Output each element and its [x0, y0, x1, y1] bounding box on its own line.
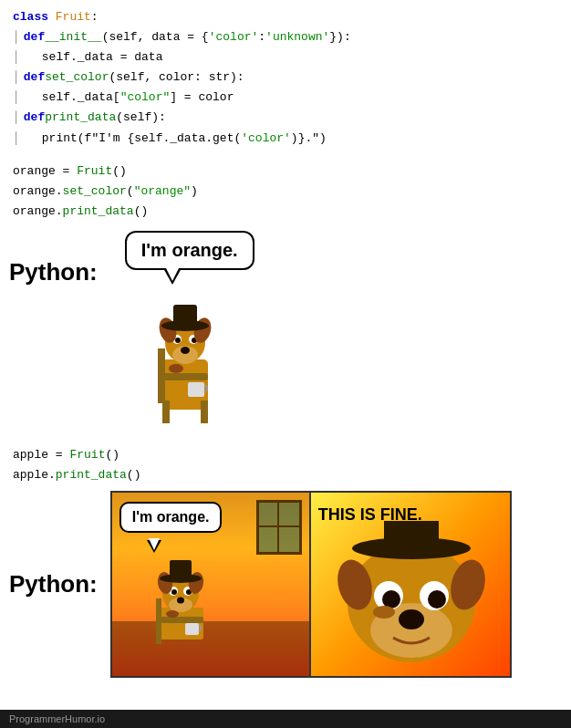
- dog-peaceful-image: [126, 277, 244, 432]
- meme-bottom-section: Python: I'm orange.: [0, 491, 571, 705]
- code-block-bottom: apple = Fruit() apple.print_data(): [0, 445, 571, 485]
- code-block-top: class Fruit: │ def __init__(self, data =…: [0, 0, 571, 152]
- footer: ProgrammerHumor.io: [0, 710, 571, 728]
- dog-fire-svg: [140, 548, 222, 658]
- dog-closeup-image: [329, 521, 493, 667]
- svg-rect-31: [170, 560, 192, 579]
- svg-rect-32: [185, 623, 199, 635]
- python-label-top: Python:: [9, 258, 98, 286]
- svg-point-39: [382, 590, 400, 608]
- svg-point-33: [166, 610, 179, 618]
- svg-rect-20: [156, 617, 203, 623]
- speech-bubble-top: I'm orange.: [125, 231, 254, 270]
- svg-point-40: [428, 590, 446, 608]
- svg-rect-1: [162, 400, 170, 423]
- svg-rect-2: [201, 400, 208, 423]
- meme-top-row: Python: I'm orange.: [9, 231, 562, 432]
- dog-peaceful-svg: [126, 277, 244, 432]
- fire-panel-right: THIS IS FINE.: [311, 491, 512, 678]
- site-label: ProgrammerHumor.io: [9, 713, 105, 724]
- this-is-fine-label: THIS IS FINE.: [318, 505, 422, 525]
- dog-col-top: I'm orange.: [116, 231, 254, 432]
- svg-rect-44: [384, 521, 439, 550]
- svg-rect-16: [188, 382, 204, 397]
- svg-rect-15: [173, 305, 197, 327]
- code-line-class: class Fruit: │ def __init__(self, data =…: [13, 7, 558, 149]
- code-line-print-data-1: orange.print_data(): [13, 202, 558, 222]
- code-line-orange-fruit: orange = Fruit(): [13, 161, 558, 182]
- code-line-print-data-2: apple.print_data(): [13, 465, 558, 485]
- spacer-1: [0, 152, 571, 161]
- svg-point-23: [177, 598, 184, 604]
- dog-closeup-svg: [329, 521, 493, 667]
- meme-top-section: Python: I'm orange.: [0, 222, 571, 432]
- svg-point-45: [373, 606, 395, 619]
- svg-point-17: [169, 364, 183, 373]
- svg-point-7: [181, 347, 190, 354]
- svg-point-10: [175, 338, 181, 343]
- spacer-2: [0, 432, 571, 445]
- code-block-mid: orange = Fruit() orange.set_color("orang…: [0, 161, 571, 222]
- code-line-set-color: orange.set_color("orange"): [13, 182, 558, 202]
- svg-point-36: [399, 609, 424, 629]
- dog-fire-image: [140, 548, 222, 658]
- python-label-bottom: Python:: [9, 570, 98, 598]
- svg-point-26: [171, 589, 177, 595]
- code-line-apple-fruit: apple = Fruit(): [13, 445, 558, 465]
- fire-panel-left: I'm orange.: [110, 491, 311, 678]
- svg-rect-4: [158, 373, 208, 380]
- speech-bubble-bottom: I'm orange.: [119, 502, 223, 533]
